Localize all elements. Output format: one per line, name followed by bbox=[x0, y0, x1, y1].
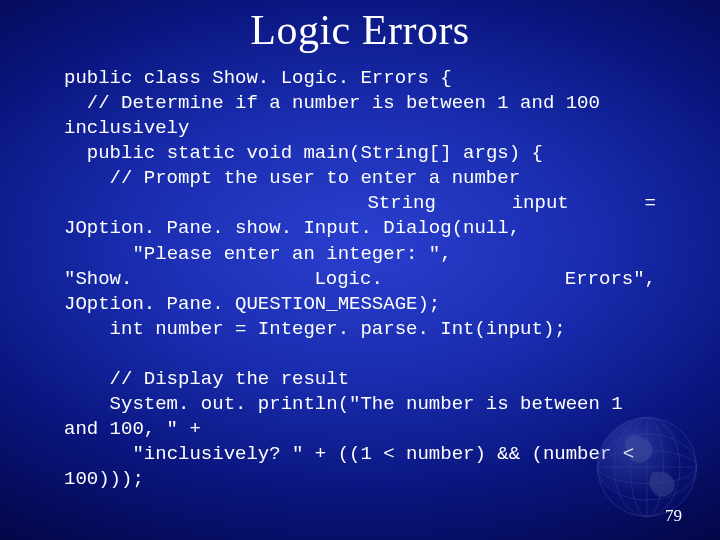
slide-title: Logic Errors bbox=[0, 0, 720, 54]
code-line: public class Show. Logic. Errors { bbox=[64, 67, 452, 89]
code-line: // Display the result bbox=[64, 368, 349, 390]
code-line: "Please enter an integer: ", bbox=[64, 243, 452, 265]
code-line: // Prompt the user to enter a number bbox=[64, 167, 520, 189]
code-line: "Show. Logic. Errors", bbox=[64, 267, 656, 292]
code-line: // Determine if a number is between 1 an… bbox=[64, 92, 611, 139]
code-fragment: input bbox=[512, 192, 569, 214]
code-line: System. out. println("The number is betw… bbox=[64, 393, 634, 440]
code-fragment: "Show. Logic. Errors", bbox=[64, 268, 656, 290]
code-fragment: = bbox=[645, 192, 656, 214]
code-line: public static void main(String[] args) { bbox=[64, 142, 543, 164]
code-line: JOption. Pane. QUESTION_MESSAGE); bbox=[64, 293, 440, 315]
code-line: String input = bbox=[64, 191, 656, 216]
code-line: "inclusively? " + ((1 < number) && (numb… bbox=[64, 443, 646, 490]
code-line: JOption. Pane. show. Input. Dialog(null, bbox=[64, 217, 520, 239]
page-number: 79 bbox=[665, 506, 682, 526]
code-fragment: String bbox=[64, 192, 436, 214]
code-block: public class Show. Logic. Errors { // De… bbox=[0, 66, 720, 492]
code-line: int number = Integer. parse. Int(input); bbox=[64, 318, 566, 340]
